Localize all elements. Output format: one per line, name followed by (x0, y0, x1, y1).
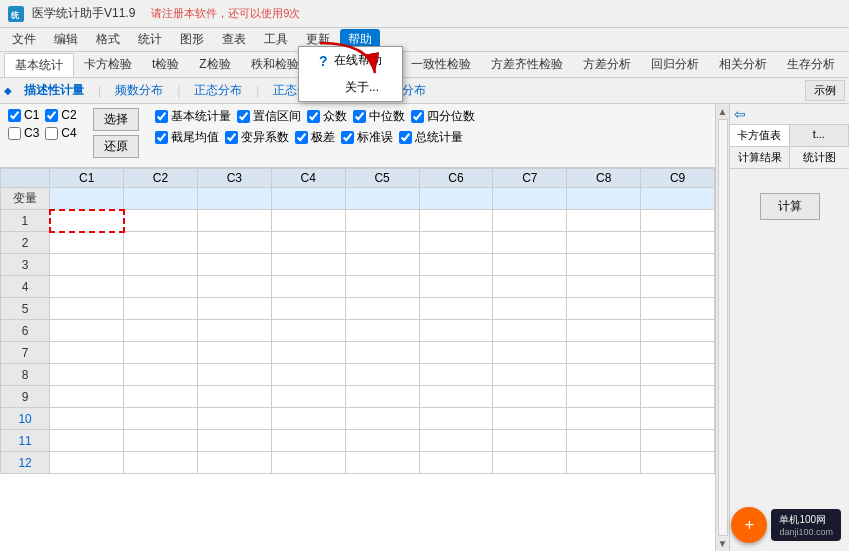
tab-survival[interactable]: 生存分析 (777, 53, 845, 76)
cell-r4-c6[interactable] (419, 276, 493, 298)
watermark-plus-button[interactable]: + (731, 507, 767, 543)
cell-r8-c2[interactable] (124, 364, 198, 386)
var-c6[interactable] (419, 188, 493, 210)
cell-r7-c6[interactable] (419, 342, 493, 364)
menu-online-help[interactable]: ? 在线帮助 (299, 47, 402, 74)
cell-r6-c4[interactable] (271, 320, 345, 342)
menu-chart[interactable]: 图形 (172, 29, 212, 50)
cell-r7-c5[interactable] (345, 342, 419, 364)
cell-r9-c7[interactable] (493, 386, 567, 408)
cell-r5-c6[interactable] (419, 298, 493, 320)
cell-r6-c5[interactable] (345, 320, 419, 342)
tab-regression[interactable]: 回归分析 (641, 53, 709, 76)
checkbox-c3[interactable]: C3 (8, 126, 39, 140)
menu-about[interactable]: 关于... (299, 74, 402, 101)
cb-mode[interactable]: 众数 (307, 108, 347, 125)
tab-ttest[interactable]: t检验 (142, 53, 189, 76)
cell-r9-c9[interactable] (641, 386, 715, 408)
cell-r12-c8[interactable] (567, 452, 641, 474)
cell-r11-c4[interactable] (271, 430, 345, 452)
cell-r11-c5[interactable] (345, 430, 419, 452)
cell-r2-c8[interactable] (567, 232, 641, 254)
menu-stats[interactable]: 统计 (130, 29, 170, 50)
cell-r10-c5[interactable] (345, 408, 419, 430)
tab-correlation[interactable]: 相关分析 (709, 53, 777, 76)
cell-r1-c4[interactable] (271, 210, 345, 232)
cell-r12-c6[interactable] (419, 452, 493, 474)
cell-r6-c1[interactable] (50, 320, 124, 342)
cell-r1-c9[interactable] (641, 210, 715, 232)
var-c2[interactable] (124, 188, 198, 210)
cell-r7-c9[interactable] (641, 342, 715, 364)
cell-r8-c1[interactable] (50, 364, 124, 386)
cell-r4-c5[interactable] (345, 276, 419, 298)
cell-r2-c3[interactable] (197, 232, 271, 254)
menu-format[interactable]: 格式 (88, 29, 128, 50)
var-c3[interactable] (197, 188, 271, 210)
cell-r7-c4[interactable] (271, 342, 345, 364)
cell-r4-c4[interactable] (271, 276, 345, 298)
cb-cv[interactable]: 变异系数 (225, 129, 289, 146)
var-c8[interactable] (567, 188, 641, 210)
cell-r5-c4[interactable] (271, 298, 345, 320)
cell-r3-c8[interactable] (567, 254, 641, 276)
menu-table[interactable]: 查表 (214, 29, 254, 50)
cell-r3-c4[interactable] (271, 254, 345, 276)
sidebar-tab-t[interactable]: t... (790, 125, 850, 146)
cell-r12-c3[interactable] (197, 452, 271, 474)
cell-r12-c4[interactable] (271, 452, 345, 474)
cell-r12-c2[interactable] (124, 452, 198, 474)
cell-r3-c7[interactable] (493, 254, 567, 276)
cell-r4-c2[interactable] (124, 276, 198, 298)
cell-r9-c4[interactable] (271, 386, 345, 408)
cb-total-stats[interactable]: 总统计量 (399, 129, 463, 146)
cell-r1-c5[interactable] (345, 210, 419, 232)
cell-r6-c6[interactable] (419, 320, 493, 342)
cell-r9-c3[interactable] (197, 386, 271, 408)
cell-r11-c9[interactable] (641, 430, 715, 452)
tab-chisq[interactable]: 卡方检验 (74, 53, 142, 76)
spreadsheet-container[interactable]: C1 C2 C3 C4 C5 C6 C7 C8 C9 变量 (0, 168, 715, 551)
tab-anova[interactable]: 方差分析 (573, 53, 641, 76)
cell-r10-c4[interactable] (271, 408, 345, 430)
menu-file[interactable]: 文件 (4, 29, 44, 50)
cell-r2-c2[interactable] (124, 232, 198, 254)
cell-r4-c3[interactable] (197, 276, 271, 298)
tab-freq-dist[interactable]: 频数分布 (103, 80, 175, 101)
cell-r1-c8[interactable] (567, 210, 641, 232)
calculate-button[interactable]: 计算 (760, 193, 820, 220)
cell-r10-c7[interactable] (493, 408, 567, 430)
cell-r11-c6[interactable] (419, 430, 493, 452)
cell-r10-c8[interactable] (567, 408, 641, 430)
cell-r4-c1[interactable] (50, 276, 124, 298)
cb-se[interactable]: 标准误 (341, 129, 393, 146)
var-c7[interactable] (493, 188, 567, 210)
cell-r10-c1[interactable] (50, 408, 124, 430)
cell-r6-c3[interactable] (197, 320, 271, 342)
cell-r10-c9[interactable] (641, 408, 715, 430)
cell-r3-c6[interactable] (419, 254, 493, 276)
cell-r3-c5[interactable] (345, 254, 419, 276)
checkbox-c2[interactable]: C2 (45, 108, 76, 122)
cell-r6-c7[interactable] (493, 320, 567, 342)
restore-button[interactable]: 还原 (93, 135, 139, 158)
cell-r12-c5[interactable] (345, 452, 419, 474)
cell-r4-c9[interactable] (641, 276, 715, 298)
cell-r11-c7[interactable] (493, 430, 567, 452)
cell-r11-c2[interactable] (124, 430, 198, 452)
cell-r10-c6[interactable] (419, 408, 493, 430)
cell-r1-c3[interactable] (197, 210, 271, 232)
var-c4[interactable] (271, 188, 345, 210)
cb-quartile[interactable]: 四分位数 (411, 108, 475, 125)
cell-r6-c8[interactable] (567, 320, 641, 342)
cell-r7-c7[interactable] (493, 342, 567, 364)
var-c9[interactable] (641, 188, 715, 210)
cell-r9-c5[interactable] (345, 386, 419, 408)
cell-r9-c8[interactable] (567, 386, 641, 408)
menu-tools[interactable]: 工具 (256, 29, 296, 50)
sidebar-calc-results[interactable]: 计算结果 (730, 147, 790, 168)
cell-r4-c7[interactable] (493, 276, 567, 298)
cb-median[interactable]: 中位数 (353, 108, 405, 125)
tab-consistency[interactable]: 一致性检验 (401, 53, 481, 76)
cell-r7-c3[interactable] (197, 342, 271, 364)
